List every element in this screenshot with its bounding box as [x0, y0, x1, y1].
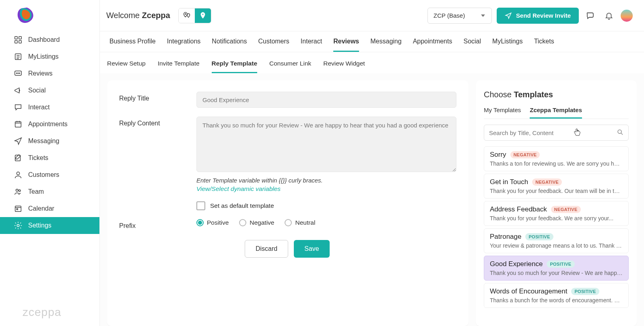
- reviews-subtabs: Review SetupInvite TemplateReply Templat…: [100, 52, 644, 73]
- main: Welcome Zceppa ZCP (Base) Send Review In…: [100, 0, 644, 326]
- template-card[interactable]: Good ExperiencePOSITIVEThank you so much…: [484, 256, 629, 281]
- tab-appointments[interactable]: Appointments: [413, 38, 452, 52]
- svg-point-26: [618, 130, 621, 133]
- svg-rect-3: [19, 41, 21, 43]
- user-avatar[interactable]: [621, 10, 633, 22]
- template-card[interactable]: SorryNEGATIVEThanks a ton for reviewing …: [484, 146, 629, 171]
- prefix-radio-negative[interactable]: Negative: [239, 219, 274, 226]
- template-card[interactable]: PatronagePOSITIVEYour review & patronage…: [484, 228, 629, 253]
- svg-rect-8: [15, 71, 22, 76]
- sidebar-item-mylistings[interactable]: MyListings: [0, 48, 99, 65]
- svg-point-11: [19, 73, 20, 74]
- template-title: Sorry: [490, 151, 506, 159]
- subtab-consumer-link[interactable]: Consumer Link: [269, 60, 311, 73]
- subtab-review-setup[interactable]: Review Setup: [107, 60, 146, 73]
- sidebar-item-settings[interactable]: Settings: [0, 217, 99, 234]
- sidebar-item-appointments[interactable]: Appointments: [0, 116, 99, 133]
- default-template-label: Set as default template: [210, 202, 274, 209]
- svg-point-24: [185, 13, 186, 14]
- reply-content-textarea[interactable]: [196, 117, 456, 172]
- subtab-invite-template[interactable]: Invite Template: [158, 60, 200, 73]
- subtab-review-widget[interactable]: Review Widget: [323, 60, 365, 73]
- sidebar-item-interact[interactable]: Interact: [0, 99, 99, 116]
- sidebar-item-social[interactable]: Social: [0, 82, 99, 99]
- brand-footer: zceppa: [0, 306, 99, 326]
- tab-reviews[interactable]: Reviews: [333, 38, 359, 52]
- tab-notifications[interactable]: Notifications: [212, 38, 247, 52]
- sidebar: DashboardMyListingsReviewsSocialInteract…: [0, 0, 100, 326]
- template-title: Get in Touch: [490, 178, 528, 186]
- user-icon: [14, 170, 23, 179]
- tab-integrations[interactable]: Integrations: [167, 38, 201, 52]
- tab-business-profile[interactable]: Business Profile: [109, 38, 156, 52]
- templates-tab-my-templates[interactable]: My Templates: [484, 107, 521, 119]
- location-select-value: ZCP (Base): [433, 12, 465, 19]
- svg-point-23: [17, 224, 19, 227]
- sidebar-item-dashboard[interactable]: Dashboard: [0, 31, 99, 48]
- radio-label: Negative: [250, 219, 274, 226]
- messages-icon-button[interactable]: [584, 9, 597, 23]
- notifications-icon-button[interactable]: [602, 9, 616, 23]
- sentiment-badge: NEGATIVE: [532, 178, 562, 186]
- reply-title-input[interactable]: [196, 92, 456, 108]
- subtab-reply-template[interactable]: Reply Template: [212, 60, 257, 73]
- single-location-icon-button[interactable]: [195, 8, 211, 23]
- template-card[interactable]: Words of EncouragementPOSITIVEThanks a b…: [484, 283, 629, 308]
- cal2-icon: [14, 204, 23, 213]
- sidebar-item-calendar[interactable]: Calendar: [0, 200, 99, 217]
- templates-search-input[interactable]: [484, 125, 629, 141]
- sentiment-badge: NEGATIVE: [510, 151, 540, 158]
- template-desc: Thank you for your feedback. We are sorr…: [490, 215, 623, 221]
- tab-customers[interactable]: Customers: [258, 38, 289, 52]
- bubble-icon: [14, 103, 23, 112]
- template-desc: Thank you for your feedback. Our team wi…: [490, 188, 623, 194]
- tab-interact[interactable]: Interact: [301, 38, 322, 52]
- template-variable-hint: Enter Template variable within {{}} curl…: [196, 177, 456, 184]
- default-template-checkbox[interactable]: [196, 201, 205, 210]
- tab-messaging[interactable]: Messaging: [370, 38, 401, 52]
- topbar: Welcome Zceppa ZCP (Base) Send Review In…: [100, 0, 644, 31]
- gear-icon: [14, 221, 23, 230]
- send-review-invite-label: Send Review Invite: [516, 12, 571, 19]
- tab-mylistings[interactable]: MyListings: [492, 38, 523, 52]
- sidebar-item-label: MyListings: [28, 53, 59, 60]
- template-title: Patronage: [490, 233, 521, 241]
- prefix-radio-neutral[interactable]: Neutral: [285, 219, 315, 226]
- location-select[interactable]: ZCP (Base): [427, 8, 492, 24]
- template-desc: Your review & patronage means a lot to u…: [490, 242, 623, 249]
- sidebar-item-team[interactable]: Team: [0, 183, 99, 200]
- radio-dot-icon: [196, 219, 204, 226]
- templates-list: SorryNEGATIVEThanks a ton for reviewing …: [484, 146, 629, 308]
- tab-social[interactable]: Social: [463, 38, 481, 52]
- template-card[interactable]: Address FeedbackNEGATIVEThank you for yo…: [484, 201, 629, 226]
- svg-point-10: [18, 73, 19, 74]
- sidebar-item-label: Social: [28, 87, 46, 94]
- discard-button[interactable]: Discard: [245, 240, 288, 258]
- prefix-radio-positive[interactable]: Positive: [196, 219, 229, 226]
- sidebar-item-tickets[interactable]: Tickets: [0, 150, 99, 166]
- edit-icon: [14, 154, 23, 162]
- template-desc: Thanks a bunch for the words of encourag…: [490, 297, 623, 303]
- sidebar-nav: DashboardMyListingsReviewsSocialInteract…: [0, 31, 99, 306]
- tab-tickets[interactable]: Tickets: [534, 38, 554, 52]
- svg-point-9: [16, 73, 17, 74]
- radio-label: Positive: [207, 219, 229, 226]
- sidebar-item-messaging[interactable]: Messaging: [0, 133, 99, 150]
- sidebar-item-reviews[interactable]: Reviews: [0, 65, 99, 82]
- calendar-icon: [14, 120, 23, 129]
- multi-location-icon-button[interactable]: [179, 8, 195, 23]
- logo-container: [0, 0, 99, 31]
- save-button[interactable]: Save: [294, 240, 329, 258]
- sidebar-item-customers[interactable]: Customers: [0, 166, 99, 183]
- prefix-radio-group: PositiveNegativeNeutral: [196, 219, 456, 226]
- chat-icon: [586, 11, 595, 21]
- list-icon: [14, 52, 23, 61]
- send-icon: [14, 137, 23, 146]
- templates-tabs: My TemplatesZceppa Templates: [484, 107, 629, 119]
- welcome-prefix: Welcome: [106, 11, 142, 20]
- dynamic-variables-link[interactable]: View/Select dynamic variables: [196, 185, 456, 193]
- templates-tab-zceppa-templates[interactable]: Zceppa Templates: [530, 107, 582, 119]
- sentiment-badge: POSITIVE: [525, 233, 553, 240]
- template-card[interactable]: Get in TouchNEGATIVEThank you for your f…: [484, 174, 629, 199]
- send-review-invite-button[interactable]: Send Review Invite: [497, 8, 579, 24]
